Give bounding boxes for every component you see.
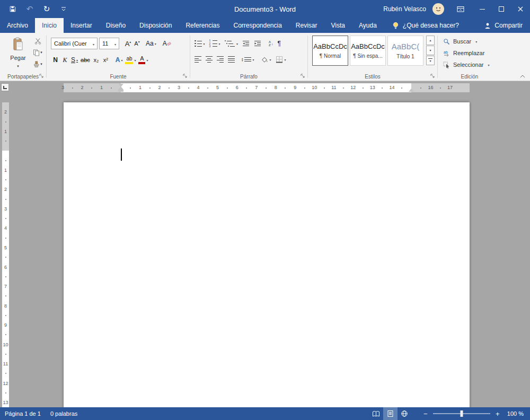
tab-inicio[interactable]: Inicio	[35, 18, 64, 33]
customize-quick-access-button[interactable]	[55, 0, 72, 18]
bullets-button[interactable]	[193, 38, 206, 49]
font-dialog-launcher[interactable]	[183, 74, 188, 79]
tab-archivo[interactable]: Archivo	[0, 18, 35, 33]
text-effects-button[interactable]: A	[114, 54, 124, 66]
font-size-combo[interactable]: 11	[99, 38, 119, 49]
web-layout-button[interactable]	[398, 407, 412, 420]
redo-button[interactable]: ↻	[38, 0, 55, 18]
style-titulo-1[interactable]: AaBbC( Título 1	[387, 36, 423, 66]
ruler-tick	[207, 88, 208, 89]
vertical-ruler[interactable]: 2112345678910111213	[2, 97, 9, 407]
word-count[interactable]: 0 palabras	[46, 407, 82, 420]
find-button[interactable]: Buscar	[443, 36, 477, 47]
dialog-launcher-icon	[39, 74, 44, 78]
increase-indent-button[interactable]	[253, 38, 262, 49]
chevron-down-icon[interactable]	[90, 40, 97, 47]
share-button[interactable]: Compartir	[484, 18, 523, 33]
ribbon-display-options-button[interactable]	[453, 0, 469, 18]
tab-referencias[interactable]: Referencias	[179, 18, 226, 33]
style-name: ¶ Normal	[320, 53, 341, 59]
zoom-slider-handle[interactable]	[460, 410, 463, 417]
paragraph-group-label: Párrafo	[190, 74, 307, 80]
highlight-color-button[interactable]: ab	[124, 54, 137, 66]
user-avatar[interactable]	[432, 3, 444, 15]
zoom-slider[interactable]	[433, 413, 490, 414]
save-button[interactable]	[4, 0, 21, 18]
bold-button[interactable]: N	[51, 54, 60, 66]
tab-vista[interactable]: Vista	[324, 18, 352, 33]
user-name[interactable]: Rubén Velasco	[383, 5, 426, 13]
cut-button[interactable]	[31, 36, 44, 46]
style-sin-espaciado[interactable]: AaBbCcDc ¶ Sin espa...	[350, 36, 386, 66]
subscript-button[interactable]: x₂	[92, 54, 101, 66]
tab-diseno[interactable]: Diseño	[99, 18, 132, 33]
change-case-button[interactable]: Aa	[145, 38, 157, 49]
grow-font-button[interactable]: A	[123, 38, 132, 49]
zoom-in-button[interactable]: +	[491, 410, 504, 418]
select-button[interactable]: Seleccionar	[443, 59, 490, 70]
page-indicator[interactable]: Página 1 de 1	[0, 407, 46, 420]
print-layout-button[interactable]	[383, 407, 398, 420]
zoom-out-button[interactable]: −	[419, 410, 432, 418]
styles-scroll-up-button[interactable]: ▴	[426, 36, 435, 45]
numbering-button[interactable]: 123	[208, 38, 222, 49]
styles-scroll-down-button[interactable]: ▾	[426, 46, 435, 55]
tab-ayuda[interactable]: Ayuda	[352, 18, 384, 33]
clipboard-dialog-launcher[interactable]	[39, 74, 45, 79]
borders-button[interactable]	[275, 54, 287, 65]
chevron-down-icon[interactable]	[112, 40, 119, 47]
tab-insertar[interactable]: Insertar	[64, 18, 99, 33]
tab-stop-selector[interactable]	[1, 83, 9, 91]
replace-button[interactable]: ab Reemplazar	[443, 48, 484, 58]
minimize-button[interactable]	[473, 0, 492, 18]
collapse-ribbon-button[interactable]	[519, 74, 526, 78]
style-preview: AaBbCcDc	[351, 42, 385, 50]
multilevel-list-button[interactable]	[224, 38, 240, 49]
decrease-indent-button[interactable]	[241, 38, 251, 49]
shrink-font-button[interactable]: A	[132, 38, 142, 49]
sort-button[interactable]: AZ↓	[268, 38, 275, 49]
underline-button[interactable]: S	[70, 54, 79, 66]
superscript-button[interactable]: x²	[101, 54, 110, 66]
strikethrough-button[interactable]: abc	[80, 54, 91, 66]
format-painter-button[interactable]	[31, 59, 44, 69]
font-row-1: Calibri (Cuer 11 A A Aa A	[51, 38, 172, 49]
horizontal-ruler[interactable]: 32112345678910111213141617	[11, 83, 471, 92]
tell-me-box[interactable]: ¿Qué desea hacer?	[392, 18, 459, 33]
minimize-icon	[479, 6, 485, 12]
font-color-button[interactable]: A	[137, 54, 149, 66]
ruler-tick	[227, 88, 228, 89]
paragraph-row-2	[193, 54, 287, 65]
shading-button[interactable]	[260, 54, 272, 65]
show-paragraph-marks-button[interactable]: ¶	[277, 38, 282, 49]
paste-button[interactable]: Pegar	[6, 35, 30, 70]
line-spacing-button[interactable]	[241, 54, 255, 65]
styles-more-button[interactable]: ▾	[426, 56, 435, 65]
right-indent-marker[interactable]	[409, 89, 414, 92]
justify-button[interactable]	[227, 54, 236, 65]
left-indent-marker[interactable]	[118, 90, 123, 92]
tab-correspondencia[interactable]: Correspondencia	[226, 18, 288, 33]
read-mode-button[interactable]	[369, 407, 383, 420]
ruler-number: 12	[350, 85, 356, 90]
style-normal[interactable]: AaBbCcDc ¶ Normal	[312, 36, 348, 66]
align-center-button[interactable]	[205, 54, 214, 65]
align-right-button[interactable]	[216, 54, 225, 65]
tab-revisar[interactable]: Revisar	[289, 18, 324, 33]
zoom-level[interactable]: 100 %	[504, 410, 530, 417]
font-name-combo[interactable]: Calibri (Cuer	[51, 38, 98, 49]
copy-button[interactable]	[31, 47, 44, 58]
paragraph-dialog-launcher[interactable]	[301, 74, 306, 79]
align-left-button[interactable]	[193, 54, 202, 65]
clear-formatting-button[interactable]: A	[162, 38, 172, 49]
maximize-button[interactable]	[492, 0, 511, 18]
align-center-icon	[206, 56, 213, 63]
close-button[interactable]	[511, 0, 530, 18]
tab-disposicion[interactable]: Disposición	[132, 18, 179, 33]
undo-button[interactable]: ↶	[21, 0, 38, 18]
italic-button[interactable]: K	[60, 54, 69, 66]
style-preview: AaBbCcDc	[313, 42, 347, 50]
numbered-list-icon: 123	[209, 40, 217, 47]
styles-dialog-launcher[interactable]	[430, 74, 436, 79]
document-page[interactable]	[64, 102, 470, 407]
